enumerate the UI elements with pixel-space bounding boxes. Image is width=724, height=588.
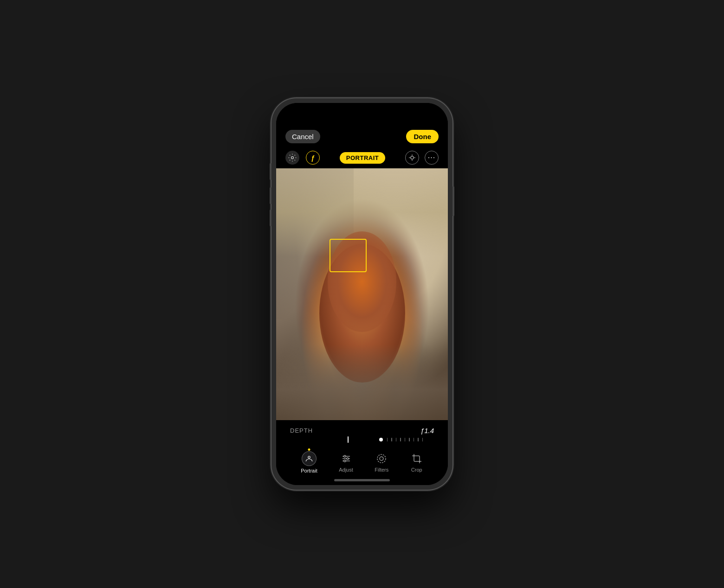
slider-line [290,439,434,440]
svg-point-8 [344,460,346,462]
crop-nav-label: Crop [411,467,422,473]
toolbar-second: ƒ PORTRAIT ··· [276,148,448,168]
toolbar-left: ƒ [285,151,320,165]
toolbar-right: ··· [405,151,439,165]
bottom-nav: Portrait Adjust [285,447,439,476]
slider-dot [379,438,383,441]
photo-area [276,168,448,420]
svg-point-6 [344,455,346,457]
adjustments-button[interactable] [405,151,419,165]
more-options-button[interactable]: ··· [425,151,439,165]
phone-frame: Cancel Done ƒ PORTRAIT [272,98,452,490]
depth-effect-button[interactable]: ƒ [306,151,320,165]
filters-nav-label: Filters [375,467,388,473]
adjust-nav-icon [340,452,353,465]
dog-photo [276,168,448,420]
home-indicator [334,479,390,481]
slider-center-tick [348,436,349,443]
portrait-nav-icon [302,451,317,466]
done-button[interactable]: Done [406,130,439,143]
aperture-value: ƒ1.4 [420,427,434,435]
live-photo-button[interactable] [285,151,299,165]
svg-point-7 [347,458,349,460]
svg-point-0 [291,157,294,159]
svg-point-2 [308,456,310,459]
depth-label: DEPTH [290,427,313,434]
nav-item-portrait[interactable]: Portrait [301,451,317,473]
bottom-section: DEPTH ƒ1.4 [276,420,448,485]
nav-item-filters[interactable]: Filters [375,452,388,473]
portrait-nav-label: Portrait [301,468,317,473]
slider-ticks [290,438,434,441]
svg-point-10 [377,454,386,463]
depth-slider[interactable] [285,439,439,447]
nav-item-adjust[interactable]: Adjust [339,452,353,473]
svg-point-1 [411,156,414,160]
nav-item-crop[interactable]: Crop [410,452,423,473]
filters-nav-icon [375,452,388,465]
adjust-nav-label: Adjust [339,467,353,473]
portrait-badge[interactable]: PORTRAIT [340,152,385,164]
dynamic-island [334,109,390,124]
svg-point-9 [380,457,383,460]
cancel-button[interactable]: Cancel [285,130,320,143]
phone-screen: Cancel Done ƒ PORTRAIT [276,103,448,485]
crop-nav-icon [410,452,423,465]
depth-row: DEPTH ƒ1.4 [285,427,439,439]
active-indicator [308,448,310,451]
